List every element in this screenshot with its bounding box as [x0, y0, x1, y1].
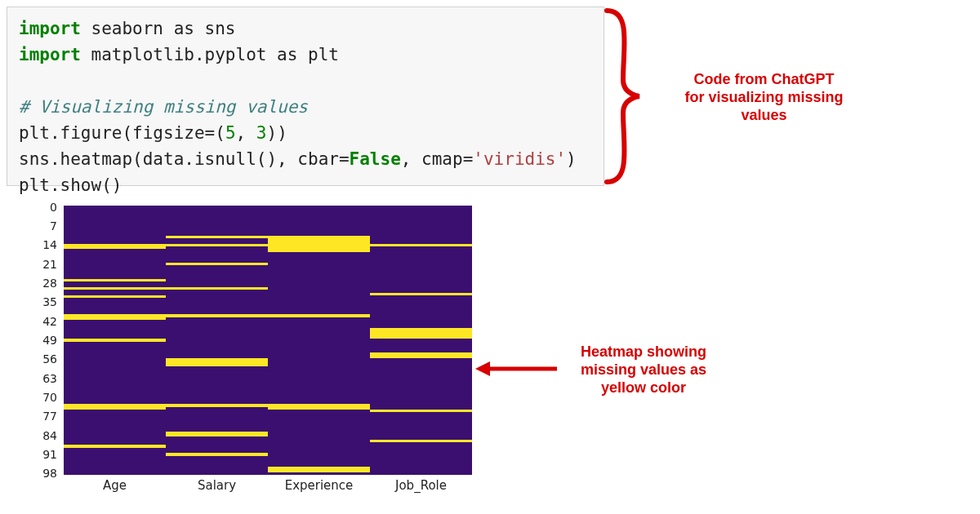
missing-cell: [64, 246, 166, 249]
y-tick-label: 42: [42, 315, 57, 328]
missing-cell: [166, 453, 268, 455]
y-tick-label: 98: [42, 467, 57, 480]
missing-cell: [370, 410, 472, 412]
code-comment: # Visualizing missing values: [19, 97, 308, 117]
code-text: plt.show(): [19, 175, 122, 195]
missing-cell: [166, 236, 268, 238]
missing-cell: [64, 445, 166, 447]
y-tick-label: 84: [42, 429, 57, 442]
annotation-code-label: Code from ChatGPT for visualizing missin…: [672, 70, 856, 124]
annotation-heatmap-label: Heatmap showing missing values as yellow…: [566, 343, 721, 397]
code-kw-import1: import: [19, 19, 81, 38]
y-tick-label: 77: [42, 410, 57, 423]
annotation-line: Code from ChatGPT: [672, 70, 856, 88]
missing-cell: [370, 336, 472, 339]
y-tick-label: 35: [42, 295, 57, 308]
curly-brace-icon: [603, 7, 652, 186]
y-tick-label: 21: [42, 258, 57, 271]
code-text: ,: [236, 123, 256, 143]
missing-cell: [64, 317, 166, 320]
code-false: False: [350, 149, 401, 169]
code-block: import seaborn as sns import matplotlib.…: [7, 7, 604, 186]
code-text: sns.heatmap(data.isnull(), cbar=: [19, 149, 350, 169]
x-axis-ticks: AgeSalaryExperienceJob_Role: [64, 476, 472, 496]
y-tick-label: 7: [50, 219, 57, 233]
missing-cell: [370, 244, 472, 246]
code-text: , cmap=: [401, 149, 474, 169]
x-tick-label: Experience: [285, 478, 354, 493]
y-tick-label: 91: [42, 448, 57, 461]
missing-cell: [64, 295, 166, 298]
annotation-line: missing values as: [566, 361, 721, 379]
missing-cell: [166, 314, 268, 317]
y-tick-label: 70: [42, 391, 57, 404]
code-num: 5: [225, 123, 236, 143]
missing-cell: [166, 263, 268, 265]
missing-cell: [268, 314, 370, 317]
missing-cell: [64, 407, 166, 410]
missing-cell: [64, 287, 166, 290]
y-tick-label: 63: [42, 372, 57, 385]
arrow-left-icon: [475, 359, 557, 379]
missing-cell: [64, 339, 166, 341]
y-axis-ticks: 0714212835424956637077849198: [31, 206, 60, 475]
code-text: plt.figure(figsize=(: [19, 123, 225, 143]
missing-cell: [268, 249, 370, 251]
code-num: 3: [256, 123, 267, 143]
code-kw-import2: import: [19, 45, 81, 64]
y-tick-label: 56: [42, 352, 57, 366]
missing-cell: [166, 434, 268, 436]
missing-cell: [166, 363, 268, 366]
annotation-line: values: [672, 106, 856, 124]
missing-cell: [370, 440, 472, 442]
svg-marker-1: [475, 361, 490, 376]
missing-cell: [166, 404, 268, 406]
code-string: 'viridis': [473, 149, 566, 169]
code-text: seaborn as sns: [81, 19, 236, 38]
y-tick-label: 28: [42, 277, 57, 290]
missing-cell: [370, 355, 472, 357]
code-text: )): [266, 123, 287, 143]
missing-cell: [166, 244, 268, 246]
y-tick-label: 14: [42, 238, 57, 251]
missing-cell: [370, 293, 472, 295]
x-tick-label: Job_Role: [395, 478, 447, 493]
code-text: ): [566, 149, 577, 169]
missing-cell: [268, 469, 370, 472]
missing-cell: [268, 407, 370, 410]
heatmap-chart: 0714212835424956637077849198 AgeSalaryEx…: [31, 206, 472, 499]
annotation-line: yellow color: [566, 379, 721, 397]
annotation-line: for visualizing missing: [672, 88, 856, 106]
x-tick-label: Salary: [198, 478, 236, 493]
code-text: matplotlib.pyplot as plt: [81, 45, 339, 64]
heatmap-grid: [64, 206, 472, 475]
missing-cell: [166, 287, 268, 290]
y-tick-label: 0: [50, 201, 57, 214]
annotation-line: Heatmap showing: [566, 343, 721, 361]
x-tick-label: Age: [103, 478, 127, 493]
missing-cell: [64, 279, 166, 281]
y-tick-label: 49: [42, 334, 57, 347]
